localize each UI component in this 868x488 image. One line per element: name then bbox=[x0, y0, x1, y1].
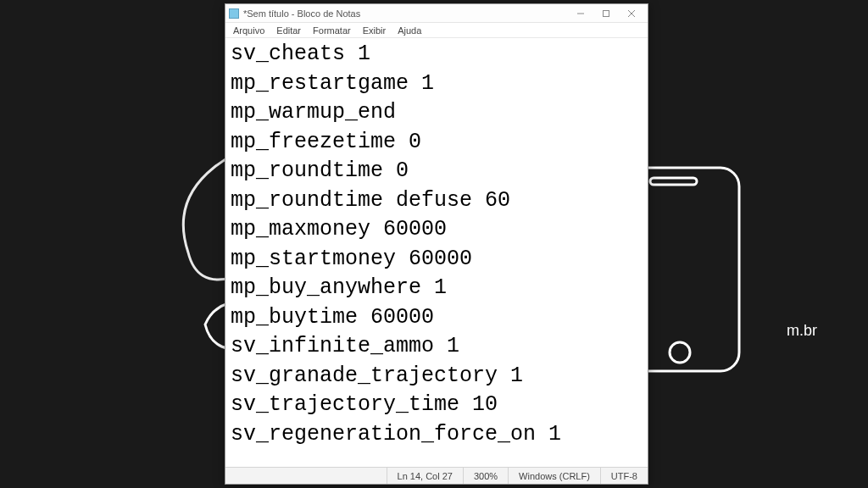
status-zoom: 300% bbox=[463, 468, 508, 484]
maximize-button[interactable] bbox=[593, 5, 619, 22]
statusbar: Ln 14, Col 27 300% Windows (CRLF) UTF-8 bbox=[225, 467, 648, 484]
svg-point-4 bbox=[670, 342, 690, 363]
minimize-icon bbox=[576, 9, 585, 18]
svg-rect-6 bbox=[604, 10, 609, 16]
menu-file[interactable]: Arquivo bbox=[227, 25, 270, 36]
status-position: Ln 14, Col 27 bbox=[387, 468, 463, 484]
status-encoding: UTF-8 bbox=[600, 468, 648, 484]
menu-help[interactable]: Ajuda bbox=[392, 25, 427, 36]
menu-view[interactable]: Exibir bbox=[357, 25, 392, 36]
background-url-fragment: m.br bbox=[787, 322, 817, 340]
minimize-button[interactable] bbox=[568, 5, 593, 22]
menu-format[interactable]: Formatar bbox=[307, 25, 357, 36]
svg-rect-3 bbox=[650, 178, 697, 185]
notepad-window: *Sem título - Bloco de Notas Arquivo Edi… bbox=[225, 3, 648, 485]
titlebar[interactable]: *Sem título - Bloco de Notas bbox=[225, 4, 648, 23]
notepad-icon bbox=[229, 8, 239, 19]
close-icon bbox=[627, 9, 636, 18]
menu-edit[interactable]: Editar bbox=[270, 25, 307, 36]
status-spacer bbox=[225, 468, 387, 484]
close-button[interactable] bbox=[619, 5, 644, 22]
menubar: Arquivo Editar Formatar Exibir Ajuda bbox=[225, 23, 648, 38]
status-lineending: Windows (CRLF) bbox=[508, 468, 600, 484]
maximize-icon bbox=[602, 9, 610, 18]
window-title: *Sem título - Bloco de Notas bbox=[243, 8, 568, 19]
text-editor[interactable]: sv_cheats 1 mp_restartgame 1 mp_warmup_e… bbox=[225, 38, 648, 467]
